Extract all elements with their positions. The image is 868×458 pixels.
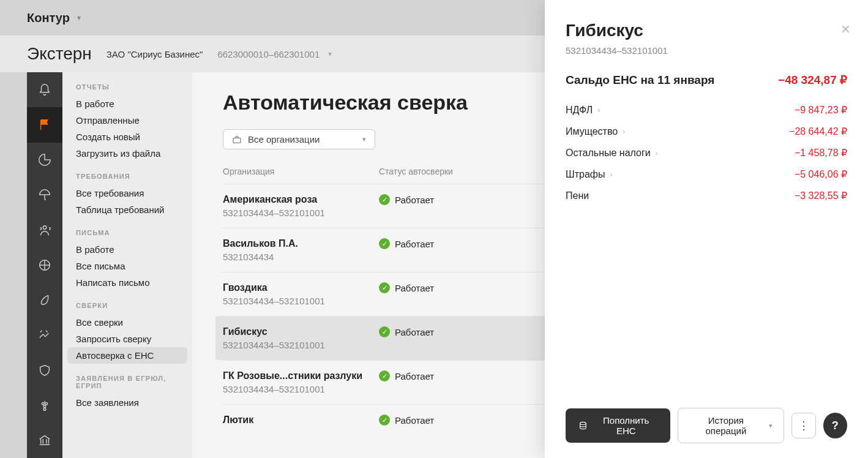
check-circle-icon: ✓ bbox=[379, 326, 390, 337]
balance-label: Сальдо ЕНС на 11 января bbox=[566, 73, 714, 87]
people-icon[interactable] bbox=[27, 212, 62, 247]
org-name: Американская роза bbox=[223, 194, 379, 205]
line-value: −9 847,23 ₽ bbox=[795, 104, 847, 116]
sidebar-item[interactable]: Все требования bbox=[62, 185, 192, 201]
org-id: 6623000010–662301001 bbox=[217, 49, 320, 59]
sidebar-item[interactable]: Создать новый bbox=[62, 129, 192, 145]
line-label: Штрафы bbox=[566, 169, 605, 180]
balance-line[interactable]: Остальные налоги›−1 458,78 ₽ bbox=[566, 142, 847, 163]
sidebar-group-title: ЗАЯВЛЕНИЯ В ЕГРЮЛ, ЕГРИП bbox=[62, 375, 192, 389]
chevron-down-icon: ▾ bbox=[769, 422, 773, 430]
umbrella-icon[interactable] bbox=[27, 178, 62, 212]
sidebar-item[interactable]: Все письма bbox=[62, 258, 192, 274]
chevron-right-icon: › bbox=[623, 127, 625, 136]
tools-icon[interactable] bbox=[27, 318, 62, 353]
svg-point-0 bbox=[43, 225, 47, 229]
balance-line[interactable]: Имущество›−28 644,42 ₽ bbox=[566, 121, 847, 142]
status-label: Работает bbox=[395, 283, 434, 293]
check-circle-icon: ✓ bbox=[379, 238, 390, 249]
sidebar-item[interactable]: Написать письмо bbox=[62, 274, 192, 291]
org-id: 5321034434–532101001 bbox=[223, 384, 379, 394]
line-value: −5 046,06 ₽ bbox=[795, 168, 847, 180]
org-name: Васильков П.А. bbox=[223, 238, 379, 249]
sidebar-item[interactable]: Автосверка с ЕНС bbox=[67, 347, 187, 364]
org-name: ГК Розовые...стники разлуки bbox=[223, 370, 379, 381]
sidebar-group-title: ТРЕБОВАНИЯ bbox=[62, 173, 192, 180]
brand-chevron-icon[interactable]: ▾ bbox=[77, 13, 81, 22]
panel-sub: 5321034434–532101001 bbox=[566, 45, 847, 56]
panel-title: Гибискус bbox=[566, 21, 847, 40]
bell-icon[interactable] bbox=[27, 72, 62, 107]
line-label: Имущество bbox=[566, 126, 618, 137]
grapes-icon[interactable] bbox=[27, 388, 62, 422]
line-value: −3 328,55 ₽ bbox=[795, 190, 847, 201]
org-name: Гвоздика bbox=[223, 282, 379, 293]
chevron-right-icon: › bbox=[597, 106, 600, 114]
svg-rect-6 bbox=[233, 138, 241, 143]
sidebar-item[interactable]: В работе bbox=[62, 241, 192, 258]
svg-point-7 bbox=[580, 422, 586, 424]
sidebar-item[interactable]: Таблица требований bbox=[62, 201, 192, 218]
org-filter-select[interactable]: Все организации ▾ bbox=[223, 129, 375, 149]
check-circle-icon: ✓ bbox=[379, 415, 390, 426]
check-circle-icon: ✓ bbox=[379, 282, 390, 293]
bank-icon[interactable] bbox=[27, 423, 62, 458]
flag-icon[interactable] bbox=[27, 107, 62, 142]
dots-vertical-icon: ⋮ bbox=[798, 419, 809, 432]
more-button[interactable]: ⋮ bbox=[791, 413, 816, 438]
leaf-icon[interactable] bbox=[27, 283, 62, 318]
history-label: История операций bbox=[689, 415, 763, 436]
org-id: 5321034434–532101001 bbox=[223, 340, 379, 350]
globe-icon[interactable] bbox=[27, 247, 62, 282]
sidebar-group-title: СВЕРКИ bbox=[62, 302, 192, 309]
org-id: 5321034434–532101001 bbox=[223, 208, 379, 218]
balance-line[interactable]: Штрафы›−5 046,06 ₽ bbox=[566, 163, 847, 185]
svg-point-5 bbox=[43, 408, 46, 411]
history-button[interactable]: История операций ▾ bbox=[678, 408, 784, 443]
line-label: Остальные налоги bbox=[566, 148, 651, 159]
topup-button[interactable]: Пополнить ЕНС bbox=[566, 408, 670, 443]
line-label: Пени bbox=[566, 190, 589, 201]
svg-point-2 bbox=[42, 402, 44, 405]
topup-label: Пополнить ЕНС bbox=[594, 415, 658, 436]
org-id: 5321034434 bbox=[223, 252, 379, 262]
chart-icon[interactable] bbox=[27, 143, 62, 178]
balance-line[interactable]: НДФЛ›−9 847,23 ₽ bbox=[566, 99, 847, 121]
detail-panel: ✕ Гибискус 5321034434–532101001 Сальдо Е… bbox=[545, 0, 868, 458]
chevron-down-icon: ▾ bbox=[362, 135, 366, 143]
col-header-org: Организация bbox=[223, 167, 379, 176]
svg-point-4 bbox=[43, 405, 46, 408]
icon-rail bbox=[27, 72, 62, 458]
chevron-right-icon: › bbox=[610, 170, 612, 179]
sidebar-item[interactable]: В работе bbox=[62, 96, 192, 112]
line-value: −1 458,78 ₽ bbox=[795, 147, 847, 159]
status-label: Работает bbox=[395, 327, 434, 337]
sidebar-item[interactable]: Все заявления bbox=[62, 394, 192, 411]
help-button[interactable]: ? bbox=[823, 413, 847, 438]
sidebar-group-title: ПИСЬМА bbox=[62, 229, 192, 236]
status-label: Работает bbox=[395, 415, 434, 426]
status-label: Работает bbox=[395, 195, 434, 205]
line-label: НДФЛ bbox=[566, 105, 593, 116]
chevron-right-icon: › bbox=[656, 149, 658, 157]
check-circle-icon: ✓ bbox=[379, 370, 390, 381]
sidebar-item[interactable]: Отправленные bbox=[62, 112, 192, 129]
sidebar-item[interactable]: Загрузить из файла bbox=[62, 145, 192, 162]
balance-line: Пени−3 328,55 ₽ bbox=[566, 185, 847, 206]
org-id: 5321034434–532101001 bbox=[223, 296, 379, 306]
sidebar-item[interactable]: Все сверки bbox=[62, 314, 192, 331]
org-name: Лютик bbox=[223, 415, 379, 426]
brand-logo[interactable]: Контур bbox=[27, 11, 70, 25]
sidebar-group-title: ОТЧЕТЫ bbox=[62, 83, 192, 91]
balance-value: −48 324,87 ₽ bbox=[778, 73, 847, 87]
filter-label: Все организации bbox=[248, 134, 320, 145]
status-label: Работает bbox=[395, 371, 434, 381]
org-chevron-icon[interactable]: ▾ bbox=[328, 50, 332, 58]
svg-point-3 bbox=[45, 402, 48, 405]
close-icon[interactable]: ✕ bbox=[840, 22, 851, 37]
coins-icon bbox=[578, 420, 588, 431]
sidebar-item[interactable]: Запросить сверку bbox=[62, 331, 192, 347]
product-name[interactable]: Экстерн bbox=[27, 44, 92, 64]
check-circle-icon: ✓ bbox=[379, 194, 390, 205]
shield-icon[interactable] bbox=[27, 353, 62, 388]
